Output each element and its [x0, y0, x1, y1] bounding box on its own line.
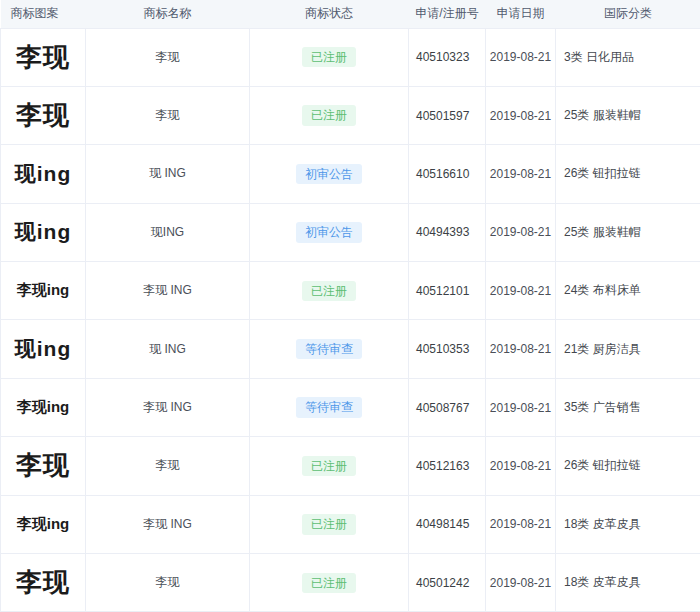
trademark-name-cell: 现 ING	[86, 320, 250, 378]
trademark-image-cell: 李现ing	[1, 262, 86, 320]
trademark-image: 现ing	[15, 162, 72, 185]
registration-number-cell: 40516610	[409, 145, 486, 203]
registration-number-cell: 40512163	[409, 437, 486, 495]
table-row[interactable]: 李现ing 李现 ING 已注册 40498145 2019-08-21 18类…	[1, 495, 700, 553]
trademark-results-table: 商标图案 商标名称 商标状态 申请/注册号 申请日期 国际分类 李现 李现 已注…	[0, 0, 700, 612]
status-badge: 等待审查	[296, 339, 362, 359]
status-badge: 已注册	[302, 47, 356, 67]
trademark-image-cell: 现ing	[1, 203, 86, 261]
registration-number-cell: 40501242	[409, 554, 486, 612]
classification-cell: 26类 钮扣拉链	[556, 437, 700, 495]
registration-number-cell: 40510353	[409, 320, 486, 378]
trademark-image: 现ing	[15, 337, 72, 360]
table-header-row: 商标图案 商标名称 商标状态 申请/注册号 申请日期 国际分类	[1, 0, 700, 28]
trademark-name-cell: 李现	[86, 554, 250, 612]
table-row[interactable]: 李现ing 李现 ING 等待审查 40508767 2019-08-21 35…	[1, 378, 700, 436]
application-date-cell: 2019-08-21	[486, 86, 556, 144]
trademark-status-cell: 初审公告	[250, 203, 409, 261]
trademark-status-cell: 已注册	[250, 554, 409, 612]
classification-cell: 24类 布料床单	[556, 262, 700, 320]
trademark-image-cell: 李现	[1, 86, 86, 144]
trademark-status-cell: 已注册	[250, 437, 409, 495]
trademark-name-cell: 李现 ING	[86, 262, 250, 320]
trademark-image: 李现ing	[17, 281, 70, 298]
status-badge: 已注册	[302, 105, 356, 125]
application-date-cell: 2019-08-21	[486, 203, 556, 261]
status-badge: 等待审查	[296, 397, 362, 417]
table-row[interactable]: 李现 李现 已注册 40501597 2019-08-21 25类 服装鞋帽	[1, 86, 700, 144]
col-header-application-date: 申请日期	[486, 0, 556, 28]
trademark-image: 李现ing	[17, 398, 70, 415]
application-date-cell: 2019-08-21	[486, 378, 556, 436]
col-header-trademark-status: 商标状态	[250, 0, 409, 28]
status-badge: 已注册	[302, 573, 356, 593]
trademark-status-cell: 等待审查	[250, 378, 409, 436]
table-row[interactable]: 李现 李现 已注册 40510323 2019-08-21 3类 日化用品	[1, 28, 700, 86]
application-date-cell: 2019-08-21	[486, 262, 556, 320]
status-badge: 初审公告	[296, 222, 362, 242]
application-date-cell: 2019-08-21	[486, 437, 556, 495]
classification-cell: 18类 皮革皮具	[556, 495, 700, 553]
classification-cell: 18类 皮革皮具	[556, 554, 700, 612]
classification-cell: 21类 厨房洁具	[556, 320, 700, 378]
application-date-cell: 2019-08-21	[486, 28, 556, 86]
trademark-image: 李现ing	[17, 515, 70, 532]
status-badge: 已注册	[302, 514, 356, 534]
trademark-image-cell: 李现	[1, 28, 86, 86]
trademark-image-cell: 现ing	[1, 145, 86, 203]
table-row[interactable]: 现ing 现 ING 等待审查 40510353 2019-08-21 21类 …	[1, 320, 700, 378]
trademark-image: 李现	[16, 567, 70, 597]
registration-number-cell: 40498145	[409, 495, 486, 553]
registration-number-cell: 40510323	[409, 28, 486, 86]
trademark-status-cell: 已注册	[250, 495, 409, 553]
trademark-image: 李现	[16, 42, 70, 72]
trademark-image-cell: 李现ing	[1, 378, 86, 436]
trademark-image-cell: 李现	[1, 437, 86, 495]
registration-number-cell: 40494393	[409, 203, 486, 261]
classification-cell: 3类 日化用品	[556, 28, 700, 86]
trademark-name-cell: 李现	[86, 437, 250, 495]
registration-number-cell: 40508767	[409, 378, 486, 436]
trademark-image: 李现	[16, 100, 70, 130]
application-date-cell: 2019-08-21	[486, 145, 556, 203]
col-header-trademark-image: 商标图案	[1, 0, 86, 28]
trademark-status-cell: 初审公告	[250, 145, 409, 203]
trademark-status-cell: 等待审查	[250, 320, 409, 378]
trademark-name-cell: 现 ING	[86, 145, 250, 203]
status-badge: 已注册	[302, 456, 356, 476]
trademark-name-cell: 李现 ING	[86, 378, 250, 436]
classification-cell: 25类 服装鞋帽	[556, 86, 700, 144]
registration-number-cell: 40512101	[409, 262, 486, 320]
trademark-image: 李现	[16, 450, 70, 480]
trademark-status-cell: 已注册	[250, 262, 409, 320]
status-badge: 初审公告	[296, 164, 362, 184]
col-header-trademark-name: 商标名称	[86, 0, 250, 28]
trademark-status-cell: 已注册	[250, 28, 409, 86]
trademark-image-cell: 李现	[1, 554, 86, 612]
classification-cell: 25类 服装鞋帽	[556, 203, 700, 261]
trademark-name-cell: 现ING	[86, 203, 250, 261]
table-row[interactable]: 现ing 现ING 初审公告 40494393 2019-08-21 25类 服…	[1, 203, 700, 261]
col-header-classification: 国际分类	[556, 0, 700, 28]
table-row[interactable]: 现ing 现 ING 初审公告 40516610 2019-08-21 26类 …	[1, 145, 700, 203]
application-date-cell: 2019-08-21	[486, 320, 556, 378]
table-row[interactable]: 李现 李现 已注册 40512163 2019-08-21 26类 钮扣拉链	[1, 437, 700, 495]
table-row[interactable]: 李现ing 李现 ING 已注册 40512101 2019-08-21 24类…	[1, 262, 700, 320]
application-date-cell: 2019-08-21	[486, 495, 556, 553]
trademark-name-cell: 李现	[86, 86, 250, 144]
trademark-status-cell: 已注册	[250, 86, 409, 144]
classification-cell: 26类 钮扣拉链	[556, 145, 700, 203]
trademark-image-cell: 李现ing	[1, 495, 86, 553]
table-row[interactable]: 李现 李现 已注册 40501242 2019-08-21 18类 皮革皮具	[1, 554, 700, 612]
trademark-image: 现ing	[15, 220, 72, 243]
status-badge: 已注册	[302, 281, 356, 301]
col-header-registration-number: 申请/注册号	[409, 0, 486, 28]
application-date-cell: 2019-08-21	[486, 554, 556, 612]
trademark-image-cell: 现ing	[1, 320, 86, 378]
trademark-name-cell: 李现	[86, 28, 250, 86]
classification-cell: 35类 广告销售	[556, 378, 700, 436]
registration-number-cell: 40501597	[409, 86, 486, 144]
trademark-name-cell: 李现 ING	[86, 495, 250, 553]
